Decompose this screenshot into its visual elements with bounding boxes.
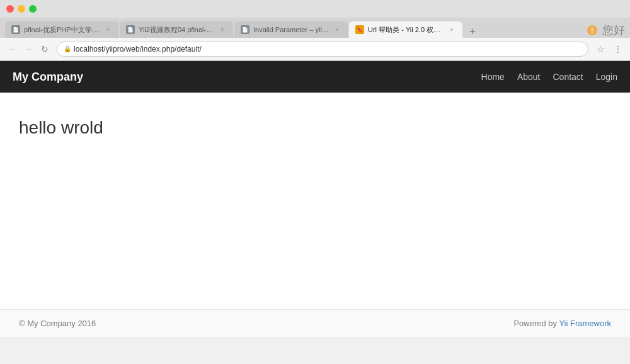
browser-chrome: 📄 pfinal-优质PHP中文学习资源平 × 📄 Yii2视频教程04 pfi… [0, 0, 630, 61]
framework-link[interactable]: Yii Framework [559, 319, 611, 328]
minimize-button[interactable] [18, 5, 25, 13]
footer-copyright: © My Company 2016 [19, 319, 96, 328]
title-bar [0, 0, 630, 18]
bookmark-button[interactable]: ☆ [593, 42, 607, 56]
toolbar-right: ☆ ⋮ [593, 42, 625, 56]
warning-icon: ! [587, 25, 597, 35]
tab-close-2[interactable]: × [218, 25, 227, 34]
nav-login[interactable]: Login [596, 72, 617, 82]
nav-controls: ← → ↻ [5, 42, 52, 56]
nav-about[interactable]: About [517, 72, 541, 82]
nav-home[interactable]: Home [481, 72, 505, 82]
tab-label-2: Yii2视频教程04 pfinal-优质PH [139, 25, 214, 35]
website: My Company Home About Contact Login hell… [0, 61, 630, 337]
main-heading: hello wrold [19, 118, 611, 138]
site-nav: My Company Home About Contact Login [0, 61, 630, 93]
close-button[interactable] [6, 5, 14, 13]
url-text: localhost/yiipro/web/index.php/default/ [74, 45, 202, 54]
site-content: hello wrold [0, 93, 630, 309]
site-footer: © My Company 2016 Powered by Yii Framewo… [0, 309, 630, 337]
back-button[interactable]: ← [5, 42, 19, 56]
refresh-button[interactable]: ↻ [38, 42, 52, 56]
new-tab-button[interactable]: + [466, 25, 479, 38]
browser-tab-4[interactable]: 🔖 Url 帮助类 - Yii 2.0 权威指南 - × [349, 21, 462, 38]
tab-label-3: Invalid Parameter – yii\base\In [253, 26, 329, 33]
site-brand[interactable]: My Company [13, 71, 481, 84]
tabs-bar: 📄 pfinal-优质PHP中文学习资源平 × 📄 Yii2视频教程04 pfi… [0, 18, 630, 38]
user-menu[interactable]: 您好 [602, 23, 625, 38]
lock-icon: 🔒 [64, 45, 71, 52]
tab-favicon-4: 🔖 [355, 25, 364, 34]
maximize-button[interactable] [29, 5, 37, 13]
browser-tab-2[interactable]: 📄 Yii2视频教程04 pfinal-优质PH × [120, 21, 233, 38]
address-bar: ← → ↻ 🔒 localhost/yiipro/web/index.php/d… [0, 38, 630, 60]
tab-close-1[interactable]: × [103, 25, 112, 34]
tab-close-4[interactable]: × [447, 25, 456, 34]
footer-powered-by: Powered by Yii Framework [513, 319, 611, 328]
nav-contact[interactable]: Contact [553, 72, 583, 82]
tab-favicon-2: 📄 [126, 25, 135, 34]
tab-favicon-3: 📄 [241, 25, 249, 34]
url-bar[interactable]: 🔒 localhost/yiipro/web/index.php/default… [57, 42, 588, 57]
browser-tab-1[interactable]: 📄 pfinal-优质PHP中文学习资源平 × [5, 21, 118, 38]
window-controls [6, 5, 37, 13]
browser-tab-3[interactable]: 📄 Invalid Parameter – yii\base\In × [234, 21, 348, 38]
tab-label-4: Url 帮助类 - Yii 2.0 权威指南 - [368, 25, 444, 35]
nav-links: Home About Contact Login [481, 72, 617, 82]
forward-button[interactable]: → [21, 42, 35, 56]
tab-label-1: pfinal-优质PHP中文学习资源平 [24, 25, 100, 35]
menu-button[interactable]: ⋮ [611, 42, 625, 56]
tab-favicon-1: 📄 [11, 25, 20, 34]
tab-close-3[interactable]: × [333, 25, 341, 34]
